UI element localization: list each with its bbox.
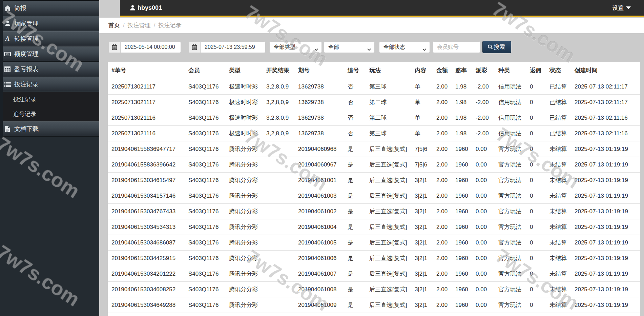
- table-cell: 未结算: [546, 157, 571, 173]
- table-cell: 否: [344, 95, 366, 110]
- table-row: 20250713021117S403Q1176极速时时彩3,2,8,0,9136…: [108, 79, 640, 95]
- table-row: 20190406153034157146S403Q1176腾讯分分彩201904…: [108, 188, 640, 204]
- lottery-select[interactable]: 全部: [324, 41, 375, 53]
- table-cell: 已结算: [546, 126, 571, 141]
- sidebar-item-home[interactable]: 简报: [3, 1, 99, 16]
- table-cell: 20190406153034425915: [108, 251, 185, 266]
- table-row: 20190406153034425915S403Q1176腾讯分分彩201904…: [108, 251, 640, 266]
- table-row: 20190406153034608252S403Q1176腾讯分分彩201904…: [108, 282, 640, 297]
- table-cell: 2025-07-13 02:11:17: [571, 79, 640, 95]
- column-header: 赔率: [452, 62, 472, 79]
- table-cell: 后三直选[复式]: [366, 282, 411, 297]
- column-header: #单号: [108, 62, 185, 79]
- lottery-select-value: 全部: [328, 44, 339, 51]
- table-cell: 信用玩法: [495, 126, 526, 141]
- table-cell: 2.00: [433, 110, 452, 126]
- user-icon: [4, 21, 11, 26]
- table-cell: 1.98: [452, 110, 472, 126]
- breadcrumb-separator: /: [154, 22, 155, 28]
- table-cell: [263, 297, 294, 313]
- table-cell: S403Q1176: [185, 157, 225, 173]
- table-cell: 单: [411, 79, 433, 95]
- status-select[interactable]: 全部状态: [379, 41, 430, 53]
- table-cell: 13629738: [294, 79, 344, 95]
- table-cell: 2025-07-13 01:19:19: [571, 266, 640, 282]
- table-cell: 0: [526, 266, 546, 282]
- user-menu[interactable]: hbys001: [130, 4, 162, 12]
- table-cell: S403Q1176: [185, 126, 225, 141]
- table-cell: 7|5|6: [411, 157, 433, 173]
- table-cell: 0: [526, 79, 546, 95]
- table-cell: 3,2,8,0,9: [263, 95, 294, 110]
- table-cell: 3|2|1: [411, 297, 433, 313]
- search-button[interactable]: 搜索: [482, 41, 511, 53]
- table-cell: S403Q1176: [185, 173, 225, 188]
- date-from-input[interactable]: [120, 41, 181, 53]
- table-cell: 未结算: [546, 235, 571, 251]
- sidebar-item-user[interactable]: 玩家管理: [3, 16, 99, 31]
- table-cell: 后三直选[复式]: [366, 204, 411, 219]
- table-cell: 否: [344, 110, 366, 126]
- table-cell: 信用玩法: [495, 79, 526, 95]
- sidebar-subitem[interactable]: 投注记录: [3, 92, 99, 107]
- table-cell: 未结算: [546, 282, 571, 297]
- breadcrumb-home[interactable]: 首页: [108, 22, 120, 28]
- sidebar-item-label: 投注记录: [14, 80, 39, 88]
- type-select[interactable]: 全部类型: [269, 41, 322, 53]
- breadcrumb-section[interactable]: 投注管理: [128, 22, 151, 28]
- table-cell: 是: [344, 204, 366, 219]
- table-cell: 2.00: [433, 141, 452, 157]
- sidebar-item-list[interactable]: 投注记录: [3, 77, 99, 92]
- table-cell: 0: [526, 95, 546, 110]
- sidebar-menu: 简报 玩家管理 A 转换管理 额度管理 盈亏报表 投注记录 投注记录追号记录 文…: [3, 0, 99, 137]
- table-cell: 0.00: [472, 297, 495, 313]
- date-to-input[interactable]: [200, 41, 266, 53]
- table-cell: 腾讯分分彩: [225, 251, 263, 266]
- money-icon: [4, 52, 11, 57]
- table-cell: 1960: [452, 282, 472, 297]
- sidebar-item-font-a[interactable]: A 转换管理: [3, 31, 99, 46]
- table-cell: 2.00: [433, 251, 452, 266]
- table-cell: -2.00: [472, 95, 495, 110]
- table-cell: 201904061004: [294, 219, 344, 235]
- table-cell: 2025-07-13 01:19:19: [571, 157, 640, 173]
- table-cell: S403Q1176: [185, 297, 225, 313]
- table-cell: 已结算: [546, 95, 571, 110]
- table-cell: 1960: [452, 251, 472, 266]
- table-cell: 13629738: [294, 95, 344, 110]
- table-cell: 腾讯分分彩: [225, 157, 263, 173]
- member-account-input[interactable]: [433, 41, 480, 53]
- sidebar-toggle-area[interactable]: [99, 0, 120, 18]
- table-row: 20190406153034201222S403Q1176腾讯分分彩201904…: [108, 266, 640, 282]
- table-cell: 0.00: [472, 251, 495, 266]
- column-header: 内容: [411, 62, 433, 79]
- table-cell: 是: [344, 266, 366, 282]
- table-cell: 极速时时彩: [225, 110, 263, 126]
- table-cell: 单: [411, 110, 433, 126]
- table-cell: 201904061002: [294, 204, 344, 219]
- table-cell: 第三球: [366, 126, 411, 141]
- table-cell: [263, 173, 294, 188]
- table-cell: 是: [344, 141, 366, 157]
- sidebar-item-file[interactable]: 文档下载: [3, 121, 99, 137]
- table-cell: 201904060967: [294, 157, 344, 173]
- table-cell: 未结算: [546, 251, 571, 266]
- table-cell: 后三直选[复式]: [366, 266, 411, 282]
- table-cell: [263, 204, 294, 219]
- sidebar-item-table[interactable]: 盈亏报表: [3, 62, 99, 77]
- sidebar-subitem[interactable]: 追号记录: [3, 107, 99, 121]
- calendar-icon[interactable]: [188, 41, 200, 53]
- table-cell: 2.00: [433, 126, 452, 141]
- settings-menu[interactable]: 设置: [612, 4, 631, 12]
- table-cell: 后三直选[复式]: [366, 157, 411, 173]
- table-cell: [263, 188, 294, 204]
- sidebar-item-money[interactable]: 额度管理: [3, 46, 99, 62]
- table-cell: 20190406153034201222: [108, 266, 185, 282]
- table-cell: 20190406153034649288: [108, 297, 185, 313]
- table-cell: S403Q1176: [185, 266, 225, 282]
- table-cell: 2025-07-13 01:19:19: [571, 219, 640, 235]
- table-cell: 是: [344, 235, 366, 251]
- table-cell: 2.00: [433, 173, 452, 188]
- calendar-icon[interactable]: [108, 41, 120, 53]
- table-cell: 是: [344, 157, 366, 173]
